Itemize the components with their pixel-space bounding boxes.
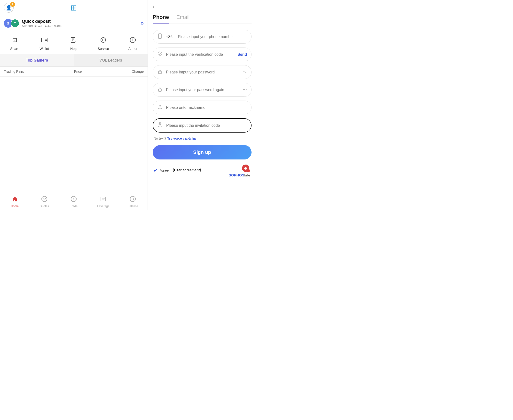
svg-rect-24 [158, 89, 161, 91]
svg-rect-1 [45, 40, 47, 41]
trade-icon: $ [71, 196, 77, 204]
password-field[interactable]: 〜 [153, 65, 252, 79]
registration-tabs: Phone Email [153, 12, 252, 24]
bottom-nav-quotes-label: Quotes [39, 205, 49, 208]
nav-about-label: About [128, 47, 137, 51]
svg-point-25 [159, 105, 161, 107]
password-icon [157, 69, 163, 75]
banner-title: Quick deposit [22, 19, 62, 24]
nav-service-label: Service [98, 47, 109, 51]
send-button[interactable]: Send [237, 52, 247, 57]
avatar-wrap: 👤 P [4, 3, 14, 13]
right-panel: ‹ Phone Email +86 - Send [148, 0, 256, 210]
bottom-nav-leverage-label: Leverage [97, 205, 109, 208]
svg-text:i: i [132, 38, 133, 42]
password-eye-icon[interactable]: 〜 [243, 69, 247, 75]
quotes-icon [41, 196, 47, 204]
svg-marker-10 [12, 197, 17, 201]
voice-captcha-link[interactable]: Try voice captcha [167, 136, 196, 140]
verification-field[interactable]: Send [153, 48, 252, 61]
user-agreement-link[interactable]: 《User agreement》 [171, 168, 203, 173]
bottom-nav-home[interactable]: Home [5, 196, 24, 208]
wallet-icon [39, 35, 50, 45]
agree-check-icon[interactable]: ✔ [154, 167, 158, 173]
balance-icon [130, 196, 136, 204]
verification-input[interactable] [166, 52, 235, 57]
home-icon [12, 196, 18, 204]
tab-phone[interactable]: Phone [153, 14, 169, 24]
password-again-eye-icon[interactable]: 〜 [243, 87, 247, 93]
tab-top-gainers[interactable]: Top Gainers [0, 54, 74, 66]
svg-point-7 [102, 39, 104, 41]
nav-wallet[interactable]: Wallet [35, 35, 54, 51]
about-icon: i [127, 35, 138, 45]
nickname-field[interactable] [153, 101, 252, 114]
col-trading-pairs: Trading Pairs [4, 70, 24, 73]
sophos-logo: SOPHOS labs [229, 163, 251, 177]
no-text-label: No text? [154, 136, 166, 140]
nickname-input[interactable] [166, 105, 247, 110]
agree-text: Agree [160, 168, 169, 172]
agree-row: ✔ Agree 《User agreement》 SOPHOS labs [153, 163, 252, 177]
sophos-logo-icon [241, 163, 251, 173]
phone-field[interactable]: +86 - [153, 30, 252, 44]
left-panel: 👤 P ⊞ Ξ T Quick deposit Support BTC,ETC,… [0, 0, 148, 210]
bottom-nav-trade[interactable]: $ Trade [64, 196, 83, 208]
phone-input[interactable] [178, 35, 247, 39]
app-logo: ⊞ [71, 3, 77, 12]
nav-share-label: Share [10, 47, 19, 51]
tab-email[interactable]: Email [176, 14, 189, 24]
verification-icon [157, 51, 163, 58]
bottom-nav: Home Quotes $ Trade [0, 193, 148, 210]
nav-share[interactable]: ⊡ Share [5, 35, 24, 51]
leverage-icon [100, 196, 106, 204]
banner-arrow[interactable]: » [141, 20, 144, 26]
quick-deposit-banner[interactable]: Ξ T Quick deposit Support BTC,ETC,USDT,e… [0, 16, 148, 31]
nav-service[interactable]: Service [94, 35, 113, 51]
bottom-nav-trade-label: Trade [70, 205, 78, 208]
bottom-nav-quotes[interactable]: Quotes [35, 196, 54, 208]
invitation-field[interactable] [153, 118, 252, 133]
bottom-nav-leverage[interactable]: Leverage [94, 196, 113, 208]
crypto-icons: Ξ T [4, 19, 19, 28]
password-again-field[interactable]: 〜 [153, 83, 252, 97]
nav-help[interactable]: Help [64, 35, 83, 51]
bottom-nav-balance[interactable]: Balance [123, 196, 142, 208]
svg-rect-2 [71, 38, 75, 42]
password-input[interactable] [166, 70, 240, 74]
invitation-icon [158, 122, 163, 129]
svg-rect-23 [158, 71, 161, 74]
coin-badge: P [10, 2, 15, 7]
banner-subtitle: Support BTC,ETC,USDT,ect. [22, 24, 62, 28]
tab-vol-leaders[interactable]: VOL Leaders [74, 54, 148, 66]
invitation-input[interactable] [166, 123, 247, 128]
share-icon: ⊡ [9, 35, 20, 45]
svg-rect-14 [101, 197, 106, 201]
svg-point-18 [132, 198, 134, 200]
col-price: Price [74, 70, 82, 73]
nav-icons: ⊡ Share Wallet Help [0, 31, 148, 54]
usdt-icon: T [11, 19, 19, 28]
help-icon [68, 35, 79, 45]
nickname-icon [157, 104, 163, 111]
nav-help-label: Help [70, 47, 77, 51]
svg-point-26 [159, 123, 161, 125]
table-body [0, 77, 148, 193]
svg-text:$: $ [73, 198, 74, 201]
password-again-icon [157, 87, 163, 93]
phone-prefix: +86 - [166, 35, 175, 39]
captcha-hint: No text? Try voice captcha [153, 136, 252, 140]
password-again-input[interactable] [166, 88, 240, 92]
banner-left: Ξ T Quick deposit Support BTC,ETC,USDT,e… [4, 19, 62, 28]
nav-wallet-label: Wallet [39, 47, 49, 51]
top-header: 👤 P ⊞ [0, 0, 148, 16]
bottom-nav-balance-label: Balance [127, 205, 138, 208]
back-button[interactable]: ‹ [153, 0, 252, 12]
service-icon [98, 35, 109, 45]
signup-button[interactable]: Sign up [153, 145, 252, 159]
bottom-nav-home-label: Home [11, 205, 19, 208]
nav-about[interactable]: i About [123, 35, 142, 51]
banner-text: Quick deposit Support BTC,ETC,USDT,ect. [22, 19, 62, 28]
table-header: Trading Pairs Price Change [0, 67, 148, 77]
svg-point-27 [159, 122, 162, 125]
